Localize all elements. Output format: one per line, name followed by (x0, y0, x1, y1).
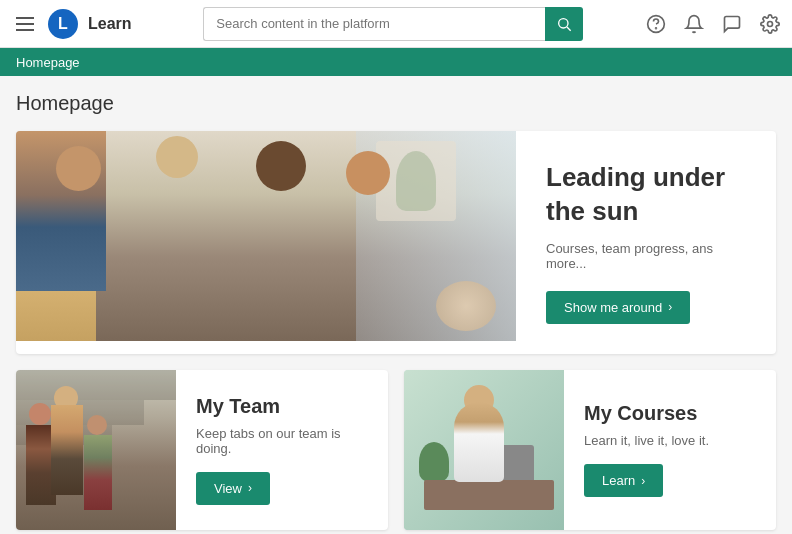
page-title: Homepage (16, 92, 776, 115)
my-courses-title: My Courses (584, 402, 709, 425)
svg-point-4 (767, 21, 772, 26)
breadcrumb-bar: Homepage (0, 48, 792, 76)
messages-icon[interactable] (722, 14, 742, 34)
header: L Learn (0, 0, 792, 48)
help-icon[interactable] (646, 14, 666, 34)
main-content: Homepage Leading under the sun Courses, … (0, 76, 792, 534)
hero-image (16, 131, 516, 341)
svg-line-1 (567, 27, 571, 31)
hero-card: Leading under the sun Courses, team prog… (16, 131, 776, 354)
hero-subtitle: Courses, team progress, ans more... (546, 241, 746, 271)
settings-icon[interactable] (760, 14, 780, 34)
hero-info: Leading under the sun Courses, team prog… (516, 131, 776, 354)
my-courses-image (404, 370, 564, 530)
my-team-card: My Team Keep tabs on our team is doing. … (16, 370, 388, 530)
my-team-content: My Team Keep tabs on our team is doing. … (176, 370, 388, 530)
app-title: Learn (88, 15, 132, 33)
header-left: L Learn (12, 9, 172, 39)
my-courses-content: My Courses Learn it, live it, love it. L… (564, 370, 729, 530)
my-team-title: My Team (196, 395, 368, 418)
header-right (646, 14, 780, 34)
view-button[interactable]: View › (196, 472, 270, 505)
svg-point-3 (656, 27, 657, 28)
my-courses-card: My Courses Learn it, live it, love it. L… (404, 370, 776, 530)
app-logo: L (48, 9, 78, 39)
show-me-around-button[interactable]: Show me around › (546, 291, 690, 324)
hero-title: Leading under the sun (546, 161, 746, 229)
notifications-icon[interactable] (684, 14, 704, 34)
search-input[interactable] (203, 7, 545, 41)
breadcrumb: Homepage (16, 55, 80, 70)
learn-button[interactable]: Learn › (584, 464, 663, 497)
search-icon (556, 16, 572, 32)
search-button[interactable] (545, 7, 583, 41)
my-courses-desc: Learn it, live it, love it. (584, 433, 709, 448)
my-team-image (16, 370, 176, 530)
my-team-desc: Keep tabs on our team is doing. (196, 426, 368, 456)
hamburger-menu-icon[interactable] (12, 13, 38, 35)
svg-point-0 (559, 18, 568, 27)
cards-row: My Team Keep tabs on our team is doing. … (16, 370, 776, 530)
search-bar (203, 7, 583, 41)
